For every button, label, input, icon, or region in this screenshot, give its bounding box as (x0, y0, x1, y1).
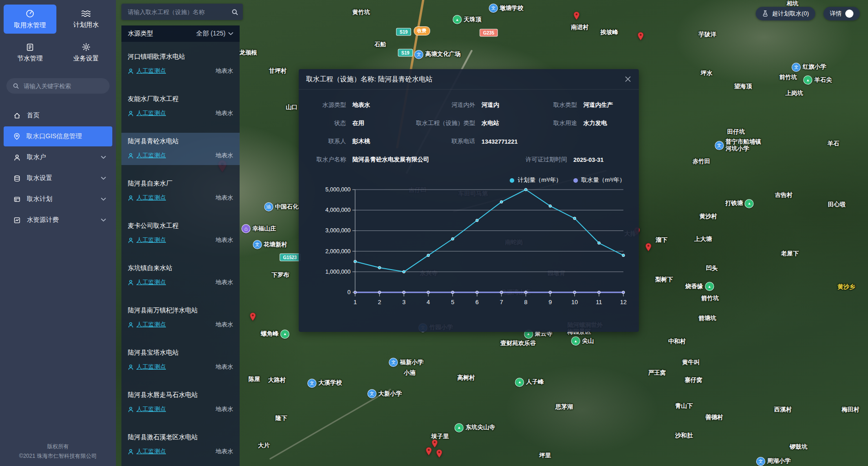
sidebar-item-3[interactable]: 取水户 (4, 147, 112, 167)
water-source-type: 地表水 (216, 447, 233, 456)
chevron-down-icon (101, 156, 106, 159)
sidebar-item-4[interactable]: 取水设置 (4, 168, 112, 188)
filter-dropdown[interactable]: 全部 (125) (196, 30, 233, 38)
monitor-point-link[interactable]: 人工监测点 (136, 151, 166, 160)
water-source-type: 地表水 (216, 236, 233, 244)
close-icon[interactable] (624, 75, 632, 83)
place-label: 石船 (374, 41, 386, 48)
school-icon: 文 (756, 457, 765, 466)
person-icon (128, 322, 134, 328)
place-label: 壹财苑欢乐谷 (501, 340, 536, 347)
map-pin-red[interactable] (249, 312, 256, 321)
monitor-point-link[interactable]: 人工监测点 (136, 194, 166, 202)
monitor-point-link[interactable]: 人工监测点 (136, 236, 166, 244)
station-list-item[interactable]: 河口镇唱歌潭水电站人工监测点地表水 (121, 48, 240, 80)
station-list-item[interactable]: 陆河县宝塔水电站人工监测点地表水 (121, 344, 240, 376)
legend-item[interactable]: 计划量（m³/年） (510, 176, 562, 184)
station-list-item[interactable]: 陆河县青砼水电站人工监测点地表水 (121, 133, 240, 165)
station-list-item[interactable]: 友能水厂取水工程人工监测点地表水 (121, 90, 240, 123)
sidebar-search[interactable] (6, 78, 110, 94)
station-list-item[interactable]: 陆河县水唇走马石水电站人工监测点地表水 (121, 386, 240, 419)
map-pin-red[interactable] (645, 243, 652, 252)
station-list-item[interactable]: 麦卡公司取水工程人工监测点地表水 (121, 217, 240, 250)
chart-legend: 计划量（m³/年）取水量（m³/年） (310, 175, 625, 185)
station-list-item[interactable]: 陆河县自来水厂人工监测点地表水 (121, 175, 240, 207)
map-pin-red[interactable] (637, 32, 644, 41)
school-icon: 文 (389, 358, 398, 367)
sidebar-item-6[interactable]: 水资源计费 (4, 210, 112, 230)
legend-item[interactable]: 取水量（m³/年） (573, 176, 625, 184)
sidebar-item-label: 首页 (27, 111, 106, 120)
field-label: 取水类型 (532, 101, 577, 109)
mountain-icon: ▲ (281, 330, 290, 339)
monitor-point-link[interactable]: 人工监测点 (136, 363, 166, 371)
person-icon (128, 195, 134, 201)
place-label: 烧香缘 (685, 283, 703, 290)
place-label: 甘坪村 (269, 67, 286, 74)
module-label: 计划用水 (73, 21, 99, 29)
over-plan-pill[interactable]: 超计划取水(0) (756, 7, 815, 20)
map-marker-place: 箭竹坑 (701, 295, 719, 302)
water-source-type: 地表水 (216, 151, 233, 160)
sidebar-item-1[interactable]: 首页 (4, 105, 112, 125)
map-pin-red[interactable] (425, 447, 432, 456)
map-pin-red[interactable] (431, 439, 438, 448)
notebook-icon (26, 43, 34, 51)
station-list-item[interactable]: 陆河县南万镇杞洋水电站人工监测点地表水 (121, 302, 240, 334)
sidebar-item-5[interactable]: 取水计划 (4, 189, 112, 209)
map-pin-red[interactable] (436, 449, 443, 458)
map-marker-place: 沙和肚 (675, 432, 693, 439)
search-icon[interactable] (231, 9, 238, 15)
sidebar-search-input[interactable] (23, 82, 103, 90)
detail-fields: 水源类型 地表水 河道内外 河道内 取水类型 河道内生产 状态 在用 取水工程（… (299, 96, 639, 169)
map-marker-place: 赤竹田 (692, 158, 710, 165)
place-label: 前竹坑 (779, 74, 797, 81)
module-tile-1[interactable]: 取用水管理 (4, 5, 56, 34)
svg-text:3,000,000: 3,000,000 (325, 227, 351, 234)
place-label: 人子峰 (526, 379, 544, 386)
station-search-input[interactable] (127, 8, 228, 16)
map-marker-school: 文高塘文化广场 (414, 50, 461, 59)
sidebar-item-2[interactable]: 取水口GIS信息管理 (4, 126, 112, 146)
module-tile-4[interactable]: 业务设置 (60, 38, 113, 67)
module-tile-2[interactable]: 计划用水 (60, 5, 113, 34)
map-marker-place: 坪里 (539, 452, 551, 459)
monitor-point-link[interactable]: 人工监测点 (136, 109, 166, 117)
map-marker-place: 山口 (286, 104, 297, 110)
place-label: 望海顶 (734, 83, 752, 90)
svg-text:11: 11 (596, 299, 602, 306)
map-marker-school: 文墩塘学校 (489, 4, 523, 13)
monitor-point-link[interactable]: 人工监测点 (136, 278, 166, 286)
toggle-knob[interactable] (845, 10, 853, 18)
road-badge: G1523 (280, 253, 301, 261)
place-label: 大路村 (268, 377, 286, 384)
map-marker-place: 龙颈根 (239, 49, 257, 56)
hotel-icon: ⌂ (241, 224, 251, 233)
station-name: 东坑镇自来水站 (128, 264, 233, 272)
detail-toggle-pill[interactable]: 详情 (823, 7, 860, 20)
mountain-icon: ▲ (803, 75, 813, 85)
station-list-item[interactable]: 陆河县激石溪老区水电站人工监测点地表水 (121, 429, 240, 461)
mountain-icon: ▲ (515, 378, 524, 387)
legend-label: 计划量（m³/年） (517, 176, 562, 183)
map-pin-red[interactable] (573, 11, 580, 20)
monitor-point-link[interactable]: 人工监测点 (136, 67, 166, 75)
map-marker-scenic: ▲打铁塘 (725, 199, 754, 208)
map-marker-place: 望海顶 (734, 83, 752, 90)
place-label: 大片 (258, 442, 270, 449)
station-search[interactable] (121, 4, 243, 20)
monitor-point-link[interactable]: 人工监测点 (136, 321, 166, 329)
sidebar: 取用水管理计划用水节水管理业务设置 首页取水口GIS信息管理取水户取水设置取水计… (0, 0, 116, 466)
monitor-point-link[interactable]: 人工监测点 (136, 405, 166, 413)
station-list-item[interactable]: 东坑镇自来水站人工监测点地表水 (121, 260, 240, 292)
monitor-point-link[interactable]: 人工监测点 (136, 447, 166, 456)
field-value: 水电站 (475, 119, 532, 127)
map-marker-hotel: ⌂幸福山庄 (241, 224, 276, 233)
place-label: 羊石 (828, 140, 839, 147)
billing-icon (14, 217, 20, 224)
svg-text:7: 7 (500, 299, 503, 306)
module-tile-3[interactable]: 节水管理 (4, 38, 56, 67)
map-marker-road-red: G235 (480, 29, 498, 36)
module-grid: 取用水管理计划用水节水管理业务设置 (0, 0, 116, 74)
map-marker-place: 隆下 (276, 415, 287, 422)
